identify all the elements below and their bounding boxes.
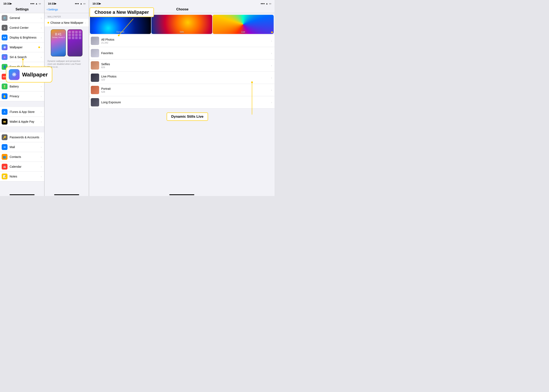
display-icon: AA bbox=[2, 35, 7, 40]
calendar-chevron: › bbox=[41, 165, 42, 168]
faceid-label: Face ID & Pass bbox=[10, 65, 41, 69]
settings-item-display[interactable]: AA Display & Brightness › bbox=[0, 33, 44, 42]
all-photos-thumb bbox=[91, 37, 99, 45]
settings-item-appstore[interactable]: A iTunes & App Store › bbox=[0, 107, 44, 117]
settings-list: ⚙️ General › ⊞ Control Center › AA Displ… bbox=[0, 13, 44, 193]
settings-item-privacy[interactable]: ✋ Privacy › bbox=[0, 91, 44, 101]
settings-item-siri[interactable]: ◎ Siri & Search › bbox=[0, 52, 44, 62]
category-dynamic[interactable]: Dynamic bbox=[90, 15, 151, 34]
wallpaper-label: Wallpaper bbox=[10, 46, 38, 49]
choose-nav-title: Choose bbox=[176, 7, 188, 11]
status-bar-2: 10:33 ▶ ●●● ▲ ▭ bbox=[45, 0, 89, 7]
app-icon-7 bbox=[75, 34, 78, 36]
choose-new-label: Choose a New Wallpaper bbox=[50, 21, 85, 24]
app-icon-1 bbox=[68, 31, 71, 33]
live-photos-count: 122 bbox=[101, 78, 271, 81]
album-long-exposure[interactable]: Long Exposure › bbox=[89, 96, 275, 109]
portrait-count: 528 bbox=[101, 91, 271, 93]
back-button-settings[interactable]: ‹ Settings bbox=[47, 7, 58, 11]
home-indicator-2 bbox=[54, 194, 79, 195]
settings-nav-title: Settings bbox=[0, 7, 44, 13]
album-all-photos[interactable]: All Photos 21,342 › bbox=[89, 35, 275, 47]
app-icon-5 bbox=[68, 34, 71, 36]
album-portrait[interactable]: Portrait 528 › bbox=[89, 84, 275, 96]
settings-item-contacts[interactable]: 👥 Contacts › bbox=[0, 152, 44, 162]
mail-chevron: › bbox=[41, 146, 42, 149]
siri-label: Siri & Search bbox=[10, 56, 41, 59]
settings-item-sos[interactable]: SOS Emergency SOS › bbox=[0, 72, 44, 82]
back-chevron-wallpaper: ‹ bbox=[91, 7, 92, 11]
passwords-chevron: › bbox=[41, 136, 42, 139]
favorites-thumb bbox=[91, 49, 99, 57]
battery-icon-2: ▭ bbox=[83, 2, 85, 5]
settings-item-control-center[interactable]: ⊞ Control Center › bbox=[0, 23, 44, 33]
settings-item-notes[interactable]: 📝 Notes › bbox=[0, 172, 44, 182]
long-exposure-thumb bbox=[91, 98, 99, 106]
choose-nav-bar: ‹ Wallpaper Choose bbox=[89, 7, 275, 13]
back-chevron-settings: ‹ bbox=[47, 7, 48, 11]
calendar-icon: 📅 bbox=[2, 164, 7, 169]
settings-item-wallpaper[interactable]: ❋ Wallpaper › bbox=[0, 42, 44, 52]
settings-item-calendar[interactable]: 📅 Calendar › bbox=[0, 162, 44, 172]
lock-date: Tuesday, January 9 bbox=[51, 37, 66, 38]
app-icon-11 bbox=[75, 37, 78, 39]
app-icon-12 bbox=[79, 37, 81, 39]
sos-icon: SOS bbox=[2, 74, 7, 80]
album-favorites[interactable]: Favorites › bbox=[89, 47, 275, 59]
battery-icon-1: ▭ bbox=[39, 2, 41, 5]
control-center-icon: ⊞ bbox=[2, 25, 7, 31]
settings-separator-1 bbox=[0, 101, 44, 107]
wallpaper-note: Dynamic wallpaper and perspective zoom a… bbox=[45, 59, 89, 71]
app-icon-6 bbox=[72, 34, 74, 36]
app-grid bbox=[68, 30, 82, 40]
settings-item-faceid[interactable]: 👤 Face ID & Pass › bbox=[0, 62, 44, 72]
settings-item-mail[interactable]: ✉ Mail › bbox=[0, 142, 44, 152]
live-photos-chevron: › bbox=[271, 76, 272, 79]
wallet-chevron: › bbox=[41, 120, 42, 123]
choose-wallpaper-row[interactable]: Choose a New Wallpaper › bbox=[45, 19, 89, 27]
app-icon-3 bbox=[75, 31, 78, 33]
display-chevron: › bbox=[41, 36, 42, 39]
status-icons-3: ●●● ▲ ▭ bbox=[261, 2, 271, 5]
all-photos-count: 21,342 bbox=[101, 42, 271, 44]
faceid-icon: 👤 bbox=[2, 64, 7, 70]
category-live[interactable]: Live bbox=[213, 15, 274, 34]
all-photos-text: All Photos 21,342 bbox=[101, 38, 271, 44]
portrait-text: Portrait 528 bbox=[101, 87, 271, 93]
app-icon-9 bbox=[68, 37, 71, 39]
contacts-label: Contacts bbox=[10, 155, 41, 159]
category-stills[interactable]: Stills bbox=[151, 15, 212, 34]
home-indicator-1 bbox=[10, 194, 35, 195]
wifi-icon-2: ▲ bbox=[80, 2, 82, 5]
homescreen-content bbox=[68, 30, 82, 56]
back-button-wallpaper[interactable]: ‹ Wallpaper bbox=[91, 7, 105, 11]
settings-item-battery[interactable]: 🔋 Battery › bbox=[0, 82, 44, 91]
control-center-chevron: › bbox=[41, 26, 42, 29]
back-label-wallpaper: Wallpaper bbox=[93, 8, 105, 11]
selfies-text: Selfies 826 bbox=[101, 63, 271, 69]
choose-new-chevron: › bbox=[85, 21, 86, 24]
long-exposure-chevron: › bbox=[271, 101, 272, 104]
privacy-icon: ✋ bbox=[2, 93, 7, 99]
time-1: 10:33 bbox=[3, 2, 10, 5]
sos-chevron: › bbox=[41, 75, 42, 78]
location-icon-3: ▶ bbox=[99, 2, 101, 5]
privacy-chevron: › bbox=[41, 95, 42, 98]
settings-item-general[interactable]: ⚙️ General › bbox=[0, 13, 44, 23]
album-selfies[interactable]: Selfies 826 › bbox=[89, 59, 275, 72]
selfies-chevron: › bbox=[271, 64, 272, 67]
signal-icon-1: ●●● bbox=[30, 2, 34, 5]
settings-item-wallet[interactable]: 💳 Wallet & Apple Pay › bbox=[0, 117, 44, 127]
wifi-icon-1: ▲ bbox=[35, 2, 38, 5]
signal-icon-2: ●●● bbox=[75, 2, 79, 5]
location-icon-1: ▶ bbox=[10, 2, 12, 5]
album-live-photos[interactable]: Live Photos 122 › bbox=[89, 72, 275, 84]
wallet-label: Wallet & Apple Pay bbox=[10, 120, 41, 123]
faceid-chevron: › bbox=[41, 65, 42, 69]
portrait-chevron: › bbox=[271, 89, 272, 92]
settings-item-passwords[interactable]: 🔑 Passwords & Accounts › bbox=[0, 133, 44, 142]
time-3: 10:33 bbox=[92, 2, 99, 5]
wallpaper-section-header: WALLPAPER bbox=[45, 13, 89, 19]
general-chevron: › bbox=[41, 16, 42, 20]
lock-time: 8:41 bbox=[51, 33, 66, 36]
